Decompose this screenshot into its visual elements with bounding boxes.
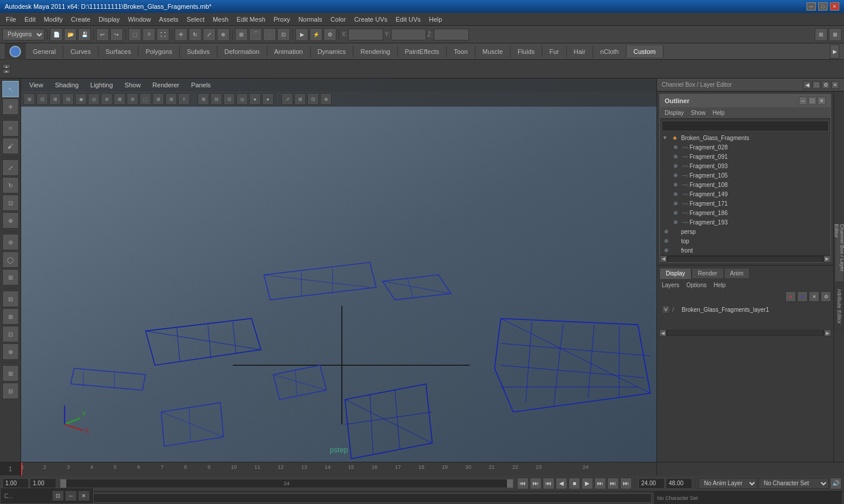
lasso-btn[interactable]: ⌗ [142, 28, 155, 41]
select-tool[interactable]: ↖ [2, 81, 19, 97]
tab-deformation[interactable]: Deformation [217, 46, 267, 57]
maximize-button[interactable]: □ [818, 2, 828, 11]
track-tool[interactable]: ⊞ [2, 308, 19, 325]
ipr-btn[interactable]: ⚡ [309, 28, 322, 41]
menu-create[interactable]: Create [67, 15, 94, 24]
render-settings-btn[interactable]: ⚙ [324, 28, 336, 41]
range-end-handle[interactable] [507, 479, 513, 488]
vp-cam2[interactable]: ⊡ [307, 93, 319, 105]
tab-fur[interactable]: Fur [542, 46, 567, 57]
vp-view[interactable]: View [26, 80, 47, 90]
outliner-item-091[interactable]: ⊕ ─○ Fragment_091 [669, 152, 831, 161]
menu-select[interactable]: Select [183, 15, 208, 24]
snap-curve-btn[interactable]: ⌒ [249, 28, 262, 41]
outliner-item-persp[interactable]: ⊕ persp [660, 227, 831, 236]
menu-assets[interactable]: Assets [155, 15, 182, 24]
x-input[interactable] [348, 29, 383, 40]
outliner-search[interactable] [662, 121, 829, 131]
layer-tab-anim[interactable]: Anim [724, 268, 750, 279]
z-input[interactable] [434, 29, 469, 40]
pb-audio-btn[interactable]: 🔊 [830, 478, 842, 489]
camera-tool[interactable]: ⊟ [2, 291, 19, 307]
vp-playblast[interactable]: ↗ [281, 93, 293, 105]
render-region-tool[interactable]: ⊞ [2, 365, 19, 382]
range-end-field[interactable] [666, 478, 692, 489]
rotate-tool[interactable]: ↻ [2, 177, 19, 193]
tab-subdivs[interactable]: Subdivs [180, 46, 217, 57]
tab-animation[interactable]: Animation [267, 46, 311, 57]
vp-share[interactable]: ⊕ [320, 93, 332, 105]
vp-isolate[interactable]: ⊞ [152, 93, 164, 105]
menu-modify[interactable]: Modify [40, 15, 66, 24]
menu-display[interactable]: Display [95, 15, 123, 24]
outliner-maximize[interactable]: □ [808, 97, 816, 105]
close-button[interactable]: ✕ [830, 2, 839, 11]
layer-settings-btn[interactable]: ⚙ [821, 291, 831, 302]
layer-visibility[interactable]: V [662, 305, 670, 314]
viewport[interactable]: View Shading Lighting Show Renderer Pane… [21, 79, 656, 462]
anim-layer-dropdown[interactable]: No Anim Layer [699, 478, 757, 489]
paint-tool[interactable]: 🖌 [2, 138, 19, 154]
menu-help[interactable]: Help [426, 15, 446, 24]
scale-tool[interactable]: ⊡ [2, 195, 19, 211]
menu-edit-uvs[interactable]: Edit UVs [392, 15, 424, 24]
universal-manip[interactable]: ⊕ [2, 212, 19, 229]
layer-new2-btn[interactable]: ■ [797, 291, 808, 302]
outliner-scroll-right[interactable]: ▶ [823, 256, 831, 263]
outliner-display[interactable]: Display [662, 108, 686, 117]
layer-new-btn[interactable]: ■ [785, 291, 796, 302]
outliner-item-028[interactable]: ⊕ ─○ Fragment_028 [669, 142, 831, 152]
rotate-btn[interactable]: ↻ [189, 28, 202, 41]
scale-btn[interactable]: ⤢ [203, 28, 216, 41]
cb-settings[interactable]: ⚙ [822, 81, 830, 89]
range-start-field[interactable] [638, 478, 665, 489]
vp-textures[interactable]: ⬚ [139, 93, 151, 105]
menu-normals[interactable]: Normals [295, 15, 326, 24]
vp-grid[interactable]: ⊞ [49, 93, 61, 105]
vp-lights[interactable]: ◉ [75, 93, 87, 105]
vp-wireframe[interactable]: ⊠ [114, 93, 125, 105]
new-scene-btn[interactable]: 📄 [50, 28, 63, 41]
layer-scroll-track[interactable] [668, 331, 823, 335]
layout-btn[interactable]: ⊠ [829, 28, 842, 41]
vp-camera[interactable]: ⊟ [62, 93, 74, 105]
menu-mesh[interactable]: Mesh [209, 15, 232, 24]
tab-fluids[interactable]: Fluids [511, 46, 542, 57]
pb-goto-end[interactable]: ⏭ [620, 478, 632, 489]
taskbar-restore[interactable]: ─ [65, 491, 77, 501]
taskbar-close[interactable]: ✕ [78, 491, 90, 501]
outliner-scroll-left[interactable]: ◀ [660, 256, 667, 263]
pb-stop[interactable]: ■ [569, 478, 580, 489]
transform-tool[interactable]: ⤢ [2, 159, 19, 176]
outliner-item-108[interactable]: ⊕ ─○ Fragment_108 [669, 180, 831, 189]
save-btn[interactable]: 💾 [78, 28, 91, 41]
y-input[interactable] [391, 29, 426, 40]
pb-play-back[interactable]: ◀ [556, 478, 567, 489]
menu-create-uvs[interactable]: Create UVs [350, 15, 391, 24]
vp-circle[interactable]: ● [249, 93, 261, 105]
sculpt-tool[interactable]: ◯ [2, 251, 19, 268]
vp-display-type[interactable]: ⊞ [165, 93, 177, 105]
shelf-down[interactable]: ▼ [2, 69, 11, 74]
outliner-help[interactable]: Help [710, 108, 727, 117]
snap-grid-btn[interactable]: ⊞ [235, 28, 248, 41]
move-btn[interactable]: ✛ [175, 28, 188, 41]
tab-muscle[interactable]: Muscle [475, 46, 511, 57]
layer-delete-btn[interactable]: ✕ [809, 291, 819, 302]
vp-panels[interactable]: Panels [188, 80, 215, 90]
tab-dynamics[interactable]: Dynamics [311, 46, 353, 57]
tab-polygons[interactable]: Polygons [138, 46, 179, 57]
vp-lighting[interactable]: Lighting [87, 80, 117, 90]
vp-shadow[interactable]: ◎ [88, 93, 100, 105]
pb-goto-start[interactable]: ⏮ [517, 478, 529, 489]
outliner-item-front[interactable]: ⊕ front [660, 246, 831, 255]
pb-step-back[interactable]: ⏭ [530, 478, 542, 489]
undo-btn[interactable]: ↩ [96, 28, 109, 41]
tab-ncloth[interactable]: nCloth [593, 46, 627, 57]
menu-proxy[interactable]: Proxy [270, 15, 294, 24]
vp-sel[interactable]: ⊡ [223, 93, 235, 105]
outliner-item-top[interactable]: ⊕ top [660, 236, 831, 246]
layer-scroll-left[interactable]: ◀ [659, 329, 666, 336]
outliner-scroll-track[interactable] [668, 257, 822, 261]
tab-surfaces[interactable]: Surfaces [98, 46, 138, 57]
